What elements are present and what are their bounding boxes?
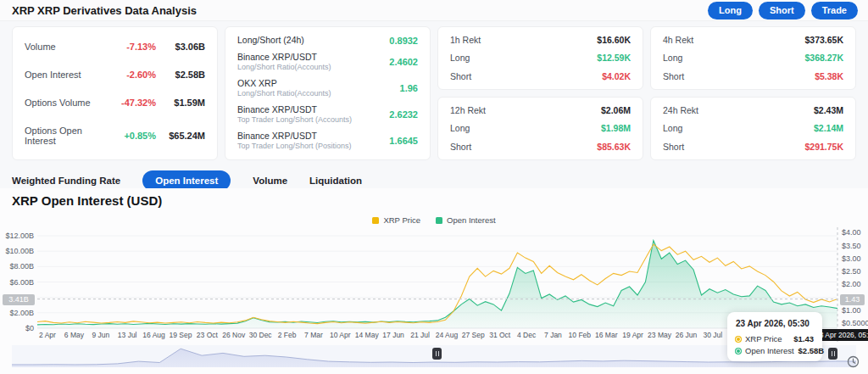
stat-label: Options Volume — [25, 98, 112, 108]
x-axis-tick: 21 Jul — [410, 331, 430, 339]
header-button-trade[interactable]: Trade — [811, 2, 858, 20]
right-axis-tick: $1.00 — [842, 306, 861, 315]
stat-value: $2.58B — [156, 70, 205, 80]
x-axis-tick: 26 Nov — [222, 331, 245, 339]
stat-change-pct: -47.32% — [112, 98, 156, 108]
right-axis-tick: $2.00 — [842, 280, 861, 288]
rekt-short-label: Short — [450, 142, 597, 152]
ratio-value: 2.4602 — [389, 57, 418, 67]
x-axis-tick: 19 Sep — [169, 331, 192, 339]
tooltip-series-dot — [736, 349, 741, 354]
rekt-column-1: 1h Rekt$16.60KLong$12.59KShort$4.02K12h … — [437, 26, 643, 162]
x-axis-tick: 23 Oct — [197, 331, 218, 339]
rekt-period-label: 24h Rekt — [663, 105, 814, 115]
x-axis-tick: 10 Feb — [569, 331, 591, 339]
x-axis-tick: 7 Jan — [544, 331, 562, 339]
x-axis-tick: 30 Jul — [703, 331, 722, 339]
ratio-value: 1.96 — [400, 83, 418, 93]
stat-value: $65.24M — [156, 131, 205, 141]
tooltip-series-name: Open Interest — [745, 346, 794, 355]
rekt-card-1h: 1h Rekt$16.60KLong$12.59KShort$4.02K — [437, 26, 643, 90]
rekt-period-label: 12h Rekt — [450, 105, 601, 115]
x-axis-tick: 10 Apr — [330, 331, 351, 339]
x-axis-tick: 7 Mar — [304, 331, 323, 339]
header-button-long[interactable]: Long — [708, 2, 753, 20]
stat-change-pct: -7.13% — [112, 42, 156, 52]
left-axis-tick: $0 — [0, 324, 34, 332]
market-stat-row: Volume-7.13%$3.06B — [25, 42, 205, 52]
ratio-sublabel: Long/Short Ratio(Accounts) — [237, 63, 389, 72]
left-axis-cursor-badge: 3.41B — [3, 294, 35, 305]
navigator-right-handle[interactable] — [828, 348, 837, 360]
rekt-long-value: $368.27K — [804, 53, 843, 63]
stat-value: $3.06B — [156, 42, 205, 52]
ratio-row: Binance XRP/USDTLong/Short Ratio(Account… — [237, 52, 418, 72]
x-axis-tick: 14 May — [355, 331, 379, 339]
x-axis-tick: 2 Apr — [39, 331, 56, 339]
tooltip-series-name: XRP Price — [745, 334, 789, 343]
rekt-short-value: $291.75K — [804, 142, 843, 152]
ratio-sublabel: Top Trader Long/Short (Positions) — [237, 142, 389, 151]
x-axis-tick: 16 Aug — [142, 331, 164, 339]
rekt-card-24h: 24h Rekt$2.43MLong$2.14MShort$291.75K — [650, 97, 856, 160]
header-button-short[interactable]: Short — [759, 2, 805, 20]
ratio-label: OKX XRP — [237, 78, 400, 89]
x-axis-tick: 16 Mar — [595, 331, 617, 339]
left-axis-tick: $6.00B — [0, 278, 34, 287]
rekt-card-4h: 4h Rekt$373.65KLong$368.27KShort$5.38K — [650, 26, 856, 90]
page-title: XRP XRP Derivatives Data Analysis — [12, 4, 197, 17]
x-axis-tick: 30 Dec — [249, 331, 272, 339]
ratio-value: 1.6645 — [389, 136, 418, 146]
rekt-total-value: $2.06M — [601, 105, 631, 115]
rekt-column-2: 4h Rekt$373.65KLong$368.27KShort$5.38K24… — [650, 26, 856, 162]
stat-value: $1.59M — [156, 98, 205, 108]
ratio-label: Binance XRP/USDT — [237, 52, 389, 63]
ratio-value: 0.8932 — [389, 36, 418, 46]
ratio-row: OKX XRPLong/Short Ratio(Accounts)1.96 — [237, 78, 418, 98]
x-axis-tick: 17 Jun — [382, 331, 404, 339]
stat-change-pct: +0.85% — [112, 131, 156, 141]
tooltip-series-value: $1.43 — [793, 334, 814, 343]
market-stat-row: Options Open Interest+0.85%$65.24M — [25, 126, 205, 146]
x-axis-tick: 27 Sep — [462, 331, 485, 339]
left-axis-tick: $2.00B — [0, 309, 34, 317]
stat-label: Volume — [25, 42, 112, 52]
stats-cards-row: Volume-7.13%$3.06BOpen Interest-2.60%$2.… — [0, 21, 868, 162]
header-actions: LongShortTrade — [708, 2, 858, 20]
rekt-short-value: $4.02K — [602, 71, 631, 81]
rekt-long-value: $12.59K — [597, 53, 631, 63]
ratio-row: Long/Short (24h)0.8932 — [237, 35, 418, 46]
rekt-long-label: Long — [450, 53, 597, 63]
ratio-label: Binance XRP/USDT — [237, 131, 389, 142]
rekt-short-value: $85.63K — [597, 142, 631, 152]
x-axis-tick: 4 Dec — [517, 331, 536, 339]
tooltip-series-dot — [736, 337, 741, 342]
x-axis-tick: 26 Jun — [676, 331, 698, 339]
right-axis-tick: $4.00 — [842, 228, 861, 237]
stat-label: Options Open Interest — [25, 126, 112, 146]
tab-weighted-funding-rate[interactable]: Weighted Funding Rate — [12, 176, 120, 186]
tab-liquidation[interactable]: Liquidation — [309, 176, 362, 186]
left-axis-tick: $8.00B — [0, 262, 34, 271]
ratio-label: Long/Short (24h) — [237, 35, 389, 46]
tooltip-rows: XRP Price$1.43Open Interest$2.58B — [736, 334, 814, 355]
stat-label: Open Interest — [25, 70, 112, 80]
rekt-short-label: Short — [450, 71, 602, 81]
x-axis-tick: 9 Jun — [92, 331, 109, 339]
rekt-short-value: $5.38K — [815, 71, 843, 81]
right-axis-tick: $3.00 — [842, 254, 861, 263]
refresh-clock-icon[interactable] — [847, 355, 860, 368]
page-header: XRP XRP Derivatives Data Analysis LongSh… — [0, 0, 868, 21]
rekt-long-value: $2.14M — [814, 123, 843, 133]
rekt-long-label: Long — [663, 53, 804, 63]
navigator-left-handle[interactable] — [432, 348, 442, 360]
right-axis-tick: $2.50 — [842, 267, 861, 276]
market-stat-row: Open Interest-2.60%$2.58B — [25, 70, 205, 80]
tab-volume[interactable]: Volume — [253, 176, 287, 186]
market-stats-card: Volume-7.13%$3.06BOpen Interest-2.60%$2.… — [12, 26, 218, 160]
right-axis-tick: $3.50 — [842, 242, 861, 250]
x-axis-tick: 13 Jul — [118, 331, 137, 339]
long-short-ratios-card: Long/Short (24h)0.8932Binance XRP/USDTLo… — [225, 26, 431, 160]
ratio-row: Binance XRP/USDTTop Trader Long/Short (A… — [237, 104, 418, 125]
stat-change-pct: -2.60% — [112, 70, 156, 80]
